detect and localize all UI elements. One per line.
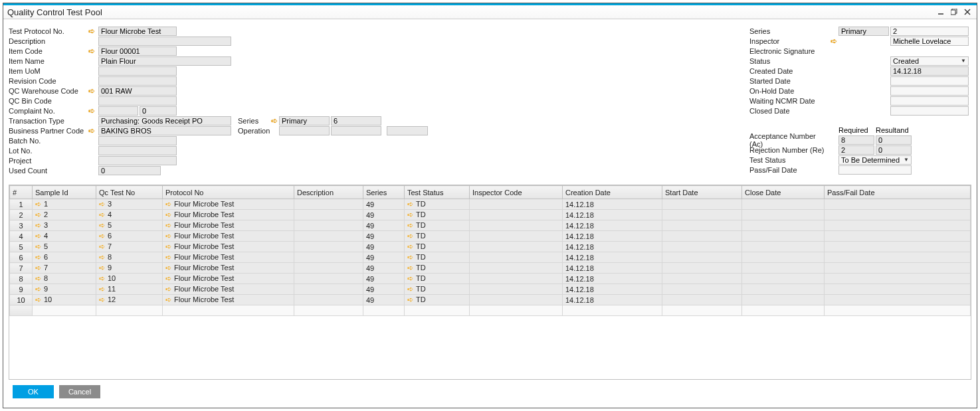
field-operation-b[interactable] — [331, 126, 381, 135]
link-arrow-icon[interactable]: ➪ — [407, 200, 413, 208]
table-row[interactable]: 8➪8➪10➪Flour Microbe Test49➪TD14.12.18 — [10, 274, 971, 284]
field-acc-resultand[interactable]: 0 — [876, 135, 912, 145]
field-project[interactable] — [98, 156, 177, 165]
link-arrow-icon[interactable]: ➪ — [99, 264, 105, 272]
field-mid-series[interactable]: Primary — [279, 116, 330, 125]
cancel-button[interactable]: Cancel — [59, 385, 100, 398]
link-arrow-icon[interactable]: ➪ — [407, 285, 413, 293]
table-row[interactable]: 6➪6➪8➪Flour Microbe Test49➪TD14.12.18 — [10, 252, 971, 263]
link-arrow-icon[interactable]: ➪ — [407, 264, 413, 272]
col-num[interactable]: # — [10, 186, 33, 199]
field-complaint-no-b[interactable]: 0 — [140, 106, 177, 116]
field-series[interactable]: Primary — [838, 27, 889, 36]
link-arrow-icon[interactable]: ➪ — [88, 27, 95, 35]
field-operation-c[interactable] — [387, 126, 428, 135]
link-arrow-icon[interactable]: ➪ — [407, 274, 413, 282]
table-row-empty[interactable] — [10, 305, 971, 316]
link-arrow-icon[interactable]: ➪ — [165, 274, 171, 282]
col-protocol-no[interactable]: Protocol No — [163, 186, 294, 199]
field-qc-bin-code[interactable] — [98, 96, 177, 106]
link-arrow-icon[interactable]: ➪ — [88, 87, 95, 95]
link-arrow-icon[interactable]: ➪ — [99, 210, 105, 218]
field-status[interactable]: Created — [890, 56, 969, 66]
restore-icon[interactable] — [949, 7, 959, 17]
field-inspector[interactable]: Michelle Lovelace — [890, 37, 969, 46]
field-item-name[interactable]: Plain Flour — [98, 56, 231, 66]
table-row[interactable]: 9➪9➪11➪Flour Microbe Test49➪TD14.12.18 — [10, 284, 971, 295]
col-qc-test-no[interactable]: Qc Test No — [96, 186, 163, 199]
field-batch-no[interactable] — [98, 136, 177, 145]
field-transaction-type[interactable]: Purchasing: Goods Receipt PO — [98, 116, 231, 125]
link-arrow-icon[interactable]: ➪ — [35, 295, 41, 303]
ok-button[interactable]: OK — [13, 385, 54, 398]
link-arrow-icon[interactable]: ➪ — [407, 210, 413, 218]
minimize-icon[interactable] — [935, 7, 946, 17]
field-rej-required[interactable]: 2 — [838, 145, 874, 155]
link-arrow-icon[interactable]: ➪ — [99, 242, 105, 250]
link-arrow-icon[interactable]: ➪ — [35, 285, 41, 293]
link-arrow-icon[interactable]: ➪ — [35, 200, 41, 208]
link-arrow-icon[interactable]: ➪ — [88, 47, 95, 55]
field-series-num[interactable]: 2 — [890, 27, 969, 36]
col-inspector-code[interactable]: Inspector Code — [470, 186, 563, 199]
link-arrow-icon[interactable]: ➪ — [407, 232, 413, 240]
field-revision-code[interactable] — [98, 76, 177, 86]
field-used-count[interactable]: 0 — [98, 166, 161, 175]
link-arrow-icon[interactable]: ➪ — [35, 232, 41, 240]
link-arrow-icon[interactable]: ➪ — [35, 210, 41, 218]
field-operation-a[interactable] — [279, 126, 330, 135]
field-lot-no[interactable] — [98, 146, 177, 155]
link-arrow-icon[interactable]: ➪ — [165, 253, 171, 261]
link-arrow-icon[interactable]: ➪ — [165, 285, 171, 293]
field-passfail-date[interactable] — [838, 165, 912, 175]
link-arrow-icon[interactable]: ➪ — [165, 221, 171, 229]
link-arrow-icon[interactable]: ➪ — [165, 200, 171, 208]
link-arrow-icon[interactable]: ➪ — [271, 117, 278, 125]
results-grid[interactable]: # Sample Id Qc Test No Protocol No Descr… — [9, 185, 971, 380]
col-start-date[interactable]: Start Date — [662, 186, 742, 199]
col-description[interactable]: Description — [294, 186, 363, 199]
link-arrow-icon[interactable]: ➪ — [88, 127, 95, 135]
field-onhold-date[interactable] — [890, 86, 969, 96]
field-description[interactable] — [98, 37, 231, 46]
link-arrow-icon[interactable]: ➪ — [165, 232, 171, 240]
table-row[interactable]: 4➪4➪6➪Flour Microbe Test49➪TD14.12.18 — [10, 231, 971, 242]
table-row[interactable]: 5➪5➪7➪Flour Microbe Test49➪TD14.12.18 — [10, 242, 971, 252]
link-arrow-icon[interactable]: ➪ — [99, 200, 105, 208]
link-arrow-icon[interactable]: ➪ — [35, 221, 41, 229]
link-arrow-icon[interactable]: ➪ — [407, 253, 413, 261]
link-arrow-icon[interactable]: ➪ — [165, 295, 171, 303]
col-series[interactable]: Series — [363, 186, 405, 199]
table-row[interactable]: 3➪3➪5➪Flour Microbe Test49➪TD14.12.18 — [10, 220, 971, 231]
table-row[interactable]: 7➪7➪9➪Flour Microbe Test49➪TD14.12.18 — [10, 263, 971, 274]
field-closed-date[interactable] — [890, 106, 969, 116]
table-row[interactable]: 2➪2➪4➪Flour Microbe Test49➪TD14.12.18 — [10, 210, 971, 220]
col-test-status[interactable]: Test Status — [405, 186, 470, 199]
link-arrow-icon[interactable]: ➪ — [88, 107, 95, 115]
field-item-code[interactable]: Flour 00001 — [98, 46, 177, 56]
link-arrow-icon[interactable]: ➪ — [99, 221, 105, 229]
link-arrow-icon[interactable]: ➪ — [407, 295, 413, 303]
link-arrow-icon[interactable]: ➪ — [165, 210, 171, 218]
field-created-date[interactable]: 14.12.18 — [890, 66, 969, 76]
close-icon[interactable] — [962, 7, 973, 17]
link-arrow-icon[interactable]: ➪ — [165, 264, 171, 272]
link-arrow-icon[interactable]: ➪ — [165, 242, 171, 250]
link-arrow-icon[interactable]: ➪ — [35, 253, 41, 261]
table-row[interactable]: 10➪10➪12➪Flour Microbe Test49➪TD14.12.18 — [10, 295, 971, 305]
field-waiting-ncmr[interactable] — [890, 96, 969, 106]
link-arrow-icon[interactable]: ➪ — [35, 264, 41, 272]
link-arrow-icon[interactable]: ➪ — [99, 232, 105, 240]
field-qc-wh-code[interactable]: 001 RAW — [98, 86, 177, 96]
link-arrow-icon[interactable]: ➪ — [407, 221, 413, 229]
link-arrow-icon[interactable]: ➪ — [831, 37, 837, 45]
field-bp-code[interactable]: BAKING BROS — [98, 126, 231, 135]
link-arrow-icon[interactable]: ➪ — [99, 274, 105, 282]
field-rej-resultand[interactable]: 0 — [876, 145, 912, 155]
col-passfail-date[interactable]: Pass/Fail Date — [825, 186, 971, 199]
table-row[interactable]: 1➪1➪3➪Flour Microbe Test49➪TD14.12.18 — [10, 199, 971, 210]
link-arrow-icon[interactable]: ➪ — [35, 242, 41, 250]
field-started-date[interactable] — [890, 76, 969, 86]
field-complaint-no-a[interactable] — [98, 106, 138, 116]
link-arrow-icon[interactable]: ➪ — [99, 253, 105, 261]
